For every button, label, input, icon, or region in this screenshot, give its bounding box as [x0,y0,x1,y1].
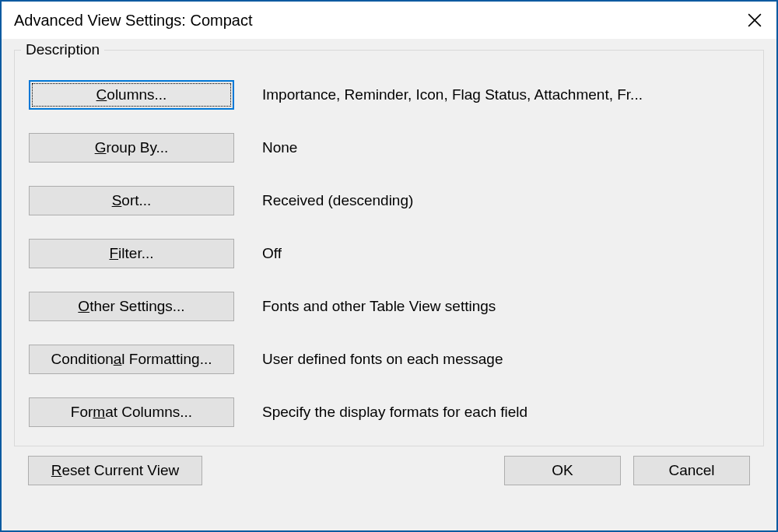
description-groupbox: Description Columns... Importance, Remin… [14,50,764,446]
conditional-formatting-button[interactable]: Conditional Formatting... [29,345,234,374]
group-by-description: None [262,139,297,156]
titlebar: Advanced View Settings: Compact [2,2,776,39]
dialog-title: Advanced View Settings: Compact [14,12,252,30]
format-columns-button[interactable]: Format Columns... [29,397,234,427]
other-settings-description: Fonts and other Table View settings [262,298,496,315]
dialog-footer: Reset Current View OK Cancel [14,456,764,485]
conditional-formatting-description: User defined fonts on each message [262,351,503,368]
groupbox-label: Description [21,41,104,58]
row-sort: Sort... Received (descending) [29,186,749,215]
row-columns: Columns... Importance, Reminder, Icon, F… [29,80,749,110]
other-settings-button[interactable]: Other Settings... [29,292,234,321]
row-conditional-formatting: Conditional Formatting... User defined f… [29,345,749,374]
format-columns-description: Specify the display formats for each fie… [262,404,527,421]
ok-button[interactable]: OK [504,456,621,485]
sort-button[interactable]: Sort... [29,186,234,215]
sort-description: Received (descending) [262,192,413,209]
row-format-columns: Format Columns... Specify the display fo… [29,397,749,427]
reset-current-view-button[interactable]: Reset Current View [28,456,202,485]
row-filter: Filter... Off [29,239,749,268]
close-icon [748,13,762,27]
columns-description: Importance, Reminder, Icon, Flag Status,… [262,86,643,103]
client-area: Description Columns... Importance, Remin… [2,39,776,530]
cancel-button[interactable]: Cancel [633,456,750,485]
close-button[interactable] [733,2,776,39]
filter-button[interactable]: Filter... [29,239,234,268]
columns-button[interactable]: Columns... [29,80,234,110]
group-by-button[interactable]: Group By... [29,133,234,163]
row-other-settings: Other Settings... Fonts and other Table … [29,292,749,321]
dialog-window: Advanced View Settings: Compact Descript… [0,0,778,532]
filter-description: Off [262,245,282,262]
row-group-by: Group By... None [29,133,749,163]
